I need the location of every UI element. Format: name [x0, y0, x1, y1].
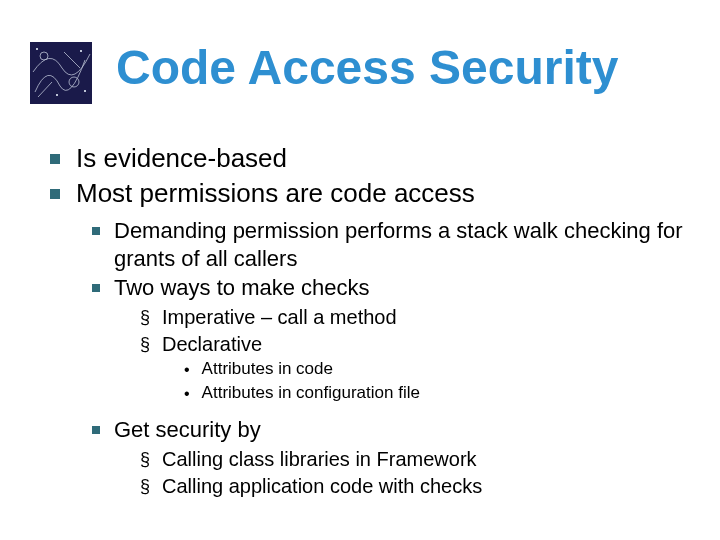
slide-body: Is evidence-based Most permissions are c… — [50, 142, 690, 500]
svg-rect-0 — [30, 42, 92, 104]
bullet-level3: § Imperative – call a method — [140, 304, 690, 330]
bullet-level2: Get security by — [92, 416, 690, 444]
bullet-text: Most permissions are code access — [76, 177, 690, 210]
dot-bullet-icon: • — [184, 358, 190, 381]
svg-rect-6 — [80, 50, 82, 52]
bullet-level3: § Calling class libraries in Framework — [140, 446, 690, 472]
bullet-text: Declarative — [162, 331, 690, 357]
square-bullet-icon — [50, 189, 60, 199]
corner-decorative-image — [30, 42, 92, 104]
section-bullet-icon: § — [140, 446, 150, 472]
bullet-level3: § Calling application code with checks — [140, 473, 690, 499]
svg-rect-8 — [84, 90, 86, 92]
square-bullet-icon — [92, 227, 100, 235]
bullet-text: Imperative – call a method — [162, 304, 690, 330]
bullet-text: Demanding permission performs a stack wa… — [114, 217, 690, 272]
bullet-text: Is evidence-based — [76, 142, 690, 175]
dot-bullet-icon: • — [184, 382, 190, 405]
bullet-level2: Two ways to make checks — [92, 274, 690, 302]
bullet-text: Two ways to make checks — [114, 274, 690, 302]
bullet-text: Calling class libraries in Framework — [162, 446, 690, 472]
bullet-level4: • Attributes in code — [184, 358, 690, 381]
bullet-text: Get security by — [114, 416, 690, 444]
bullet-level1: Most permissions are code access — [50, 177, 690, 210]
svg-rect-7 — [56, 94, 58, 96]
section-bullet-icon: § — [140, 473, 150, 499]
square-bullet-icon — [92, 426, 100, 434]
slide-title: Code Access Security — [116, 40, 618, 95]
svg-rect-5 — [36, 48, 38, 50]
bullet-text: Attributes in code — [202, 358, 690, 381]
bullet-level3: § Declarative — [140, 331, 690, 357]
slide: Code Access Security Is evidence-based M… — [0, 0, 720, 540]
section-bullet-icon: § — [140, 331, 150, 357]
bullet-text: Attributes in configuration file — [202, 382, 690, 405]
bullet-level4: • Attributes in configuration file — [184, 382, 690, 405]
section-bullet-icon: § — [140, 304, 150, 330]
bullet-level1: Is evidence-based — [50, 142, 690, 175]
bullet-text: Calling application code with checks — [162, 473, 690, 499]
square-bullet-icon — [50, 154, 60, 164]
square-bullet-icon — [92, 284, 100, 292]
bullet-level2: Demanding permission performs a stack wa… — [92, 217, 690, 272]
